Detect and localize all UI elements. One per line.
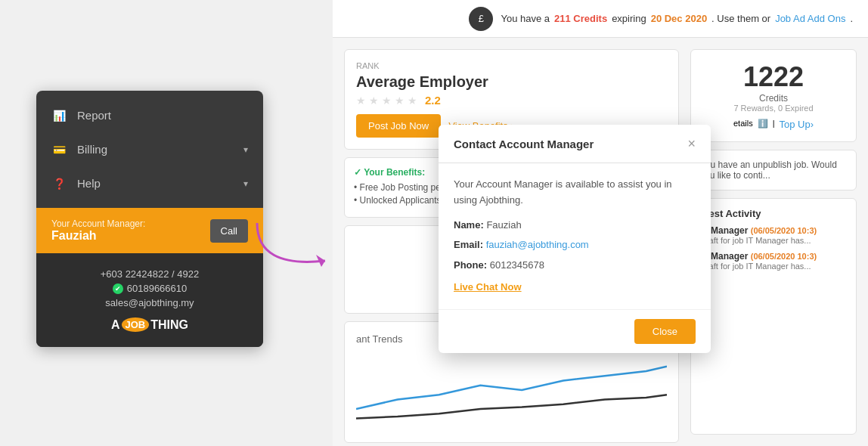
activity-item-1-sub: Draft for job IT Manager has... <box>700 236 847 245</box>
credits-amount: 211 Credits <box>554 13 607 24</box>
sidebar-footer: +603 22424822 / 4922 ✔ 60189666610 sales… <box>36 253 263 347</box>
job-ad-addons-link[interactable]: Job Ad Add Ons <box>775 13 845 24</box>
svg-marker-0 <box>316 255 325 267</box>
user-avatar-icon: £ <box>469 7 493 31</box>
rank-stars: ★ ★ ★ ★ ★ 2.2 <box>356 94 667 107</box>
sidebar-item-billing[interactable]: 💳 Billing ▾ <box>36 132 263 166</box>
contact-whatsapp: ✔ 60189666610 <box>51 283 248 294</box>
whatsapp-number: 60189666610 <box>127 283 188 294</box>
modal-intro-text: Your Account Manager is available to ass… <box>454 177 696 209</box>
credits-suffix: . Use them or <box>711 13 770 24</box>
sidebar-item-help[interactable]: ❓ Help ▾ <box>36 166 263 200</box>
rank-title: Average Employer <box>356 73 667 91</box>
phone-value: 6012345678 <box>490 259 544 271</box>
ajobthing-logo: A JOB THING <box>51 317 248 332</box>
modal-header: Contact Account Manager × <box>439 125 711 163</box>
sidebar-billing-label: Billing <box>77 143 107 156</box>
report-icon: 📊 <box>51 110 67 122</box>
contact-modal: Contact Account Manager × Your Account M… <box>439 125 711 353</box>
sidebar-report-label: Report <box>77 109 111 122</box>
call-button[interactable]: Call <box>210 219 248 243</box>
logo-thing: THING <box>150 318 188 332</box>
activity-item-1-title: IT Manager (06/05/2020 10:3) <box>700 225 847 236</box>
billing-icon: 💳 <box>51 144 67 156</box>
help-chevron-icon: ▾ <box>243 178 248 189</box>
unpublish-card: You have an unpublish job. Would you lik… <box>690 150 857 190</box>
email-link[interactable]: fauziah@ajobthing.com <box>486 239 589 250</box>
help-icon: ❓ <box>51 178 67 190</box>
credits-card: 1222 Credits 7 Rewards, 0 Expired etails… <box>690 49 857 142</box>
credits-sub: 7 Rewards, 0 Expired <box>702 104 845 113</box>
account-manager-label: Your Account Manager: <box>51 218 145 229</box>
modal-phone-field: Phone: 6012345678 <box>454 258 696 274</box>
sidebar-help-label: Help <box>77 177 101 190</box>
credits-date: 20 Dec 2020 <box>651 13 707 24</box>
sidebar-item-report[interactable]: 📊 Report <box>36 98 263 132</box>
activity-item-1: IT Manager (06/05/2020 10:3) Draft for j… <box>700 225 847 245</box>
activity-item-2-title: IT Manager (06/05/2020 10:3) <box>700 251 847 262</box>
rank-label: Rank <box>356 61 667 70</box>
modal-footer: Close <box>439 309 711 353</box>
contact-email: sales@ajobthing.my <box>51 297 248 308</box>
star-2: ★ <box>369 94 379 107</box>
period: . <box>850 13 853 24</box>
name-label: Name: <box>454 219 484 231</box>
whatsapp-icon: ✔ <box>113 283 123 294</box>
top-up-link[interactable]: Top Up› <box>780 119 814 130</box>
post-job-button[interactable]: Post Job Now <box>356 114 441 138</box>
trends-chart <box>356 352 667 428</box>
dashboard-right-panel: 1222 Credits 7 Rewards, 0 Expired etails… <box>690 49 857 435</box>
modal-name-field: Name: Fauziah <box>454 218 696 234</box>
modal-close-button[interactable]: × <box>687 137 696 150</box>
credits-label: Credits <box>702 93 845 104</box>
activity-card: atest Activity IT Manager (06/05/2020 10… <box>690 198 857 435</box>
modal-email-field: Email: fauziah@ajobthing.com <box>454 237 696 253</box>
logo-a: A <box>111 318 120 332</box>
sidebar-nav: 📊 Report 💳 Billing ▾ ❓ Help ▾ <box>36 91 263 208</box>
contact-phone: +603 22424822 / 4922 <box>51 268 248 280</box>
logo-job: JOB <box>122 317 150 332</box>
activity-item-1-date: (06/05/2020 10:3) <box>751 226 817 235</box>
name-value: Fauziah <box>486 219 521 231</box>
credits-date-prefix: expiring <box>612 13 646 24</box>
credits-separator: | <box>773 119 775 130</box>
logo-area: A JOB THING <box>51 317 248 332</box>
credits-number: 1222 <box>702 61 845 93</box>
star-3: ★ <box>382 94 392 107</box>
account-manager-section[interactable]: Your Account Manager: Fauziah Call <box>36 208 263 253</box>
star-1: ★ <box>356 94 366 107</box>
account-manager-name: Fauziah <box>51 229 145 243</box>
activity-item-2-date: (06/05/2020 10:3) <box>751 252 817 261</box>
star-4: ★ <box>395 94 405 107</box>
activity-title: atest Activity <box>700 208 847 219</box>
activity-item-2-sub: Draft for job IT Manager has... <box>700 262 847 271</box>
top-bar: £ You have a 211 Credits expiring 20 Dec… <box>333 0 868 38</box>
sidebar: 📊 Report 💳 Billing ▾ ❓ Help ▾ Your Accou… <box>36 91 263 347</box>
billing-chevron-icon: ▾ <box>243 144 248 155</box>
star-5: ★ <box>408 94 417 107</box>
phone-label: Phone: <box>454 259 487 271</box>
rank-score: 2.2 <box>425 94 441 107</box>
credits-details-icon: ℹ️ <box>758 119 768 130</box>
credits-text-prefix: You have a <box>501 13 550 24</box>
arrow-decoration <box>250 208 340 283</box>
live-chat-link[interactable]: Live Chat Now <box>454 280 696 296</box>
credits-details-prefix: etails <box>733 119 753 130</box>
modal-title: Contact Account Manager <box>454 138 594 150</box>
close-modal-button[interactable]: Close <box>634 319 696 344</box>
modal-body: Your Account Manager is available to ass… <box>439 163 711 309</box>
credits-actions: etails ℹ️ | Top Up› <box>702 119 845 130</box>
email-label: Email: <box>454 239 483 250</box>
unpublish-text: You have an unpublish job. Would you lik… <box>700 160 837 181</box>
activity-item-2: IT Manager (06/05/2020 10:3) Draft for j… <box>700 251 847 271</box>
credits-badge: You have a 211 Credits expiring 20 Dec 2… <box>501 13 853 24</box>
